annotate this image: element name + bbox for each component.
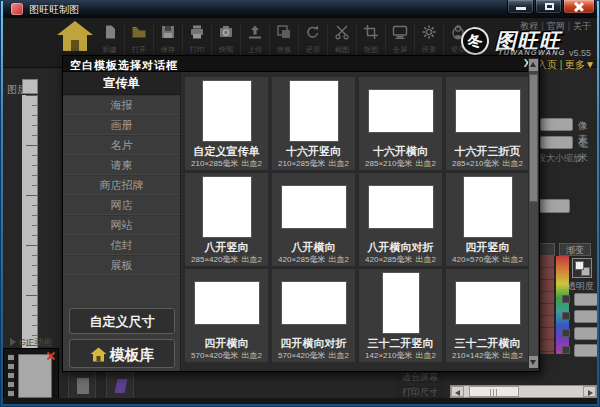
sidebar-category-3[interactable]: 画册 [63, 115, 180, 135]
template-size: 570×420毫米出血2 [272, 350, 355, 361]
template-name: 三十二开横向 [446, 336, 529, 351]
color-swatch-icon[interactable] [572, 258, 592, 278]
save-icon [154, 24, 182, 42]
pixel-width-input[interactable] [540, 118, 573, 131]
sidebar-category-9[interactable]: 信封 [63, 235, 180, 255]
scale-by-size-label[interactable]: 按大小缩放 [537, 152, 582, 165]
toolbar-snapshot[interactable]: 快照 [211, 24, 240, 55]
template-thumbnail [203, 177, 251, 237]
template-grid: 自定义宣传单210×285毫米出血2十六开竖向210×285毫米出血2十六开横向… [182, 72, 527, 371]
sidebar-category-5[interactable]: 请柬 [63, 155, 180, 175]
template-library-button[interactable]: 模板库 [69, 339, 175, 368]
gif-filmstrip-panel[interactable] [3, 348, 59, 404]
template-name: 十六开竖向 [272, 144, 355, 159]
logo-version: v5.55 [569, 48, 591, 58]
template-card-4[interactable]: 十六开三折页285×210毫米出血2 [446, 77, 529, 170]
toolbar-replace[interactable]: 替换 [269, 24, 298, 55]
undo-icon [299, 24, 327, 42]
template-card-11[interactable]: 三十二开竖向142×210毫米出血2 [359, 269, 442, 362]
play-icon[interactable] [10, 338, 16, 346]
scroll-left-icon[interactable] [451, 386, 464, 397]
toolbar-save[interactable]: 保存 [153, 24, 182, 55]
color-palette[interactable] [556, 256, 569, 354]
maximize-button[interactable] [535, 0, 562, 14]
sidebar-category-10[interactable]: 展板 [63, 255, 180, 275]
toolbar-cutout[interactable]: 抠图 [356, 24, 385, 55]
toolbar-undo[interactable]: 还原 [298, 24, 327, 55]
upload-icon [241, 24, 269, 42]
toolbar-items: 新建打开保存打印快照上传替换还原截图抠图全屏设置登录 [95, 24, 472, 55]
fit-screen-button[interactable]: 适合屏幕 [396, 371, 444, 383]
link-3[interactable]: 关于 [573, 21, 591, 31]
minimize-button[interactable] [507, 0, 534, 14]
template-card-9[interactable]: 四开横向570×420毫米出血2 [185, 269, 268, 362]
sidebar-category-6[interactable]: 商店招牌 [63, 175, 180, 195]
template-size: 210×285毫米出血2 [185, 158, 268, 169]
scroll-down-icon[interactable] [529, 356, 538, 368]
sidebar-category-2[interactable]: 海报 [63, 95, 180, 115]
toolbar-new-doc[interactable]: 新建 [95, 24, 124, 55]
toolbar-screenshot[interactable]: 截图 [327, 24, 356, 55]
panel-input-4[interactable] [574, 344, 597, 357]
fullscreen-icon [386, 24, 414, 42]
asset-thumbnail-front[interactable] [68, 372, 96, 400]
panel-swatch-3 [562, 329, 570, 337]
close-button[interactable] [563, 0, 595, 14]
panel-input-3[interactable] [574, 327, 597, 340]
template-name: 八开横向对折 [359, 240, 442, 255]
toolbar-open-folder[interactable]: 打开 [124, 24, 153, 55]
template-card-5[interactable]: 八开竖向285×420毫米出血2 [185, 173, 268, 266]
toolbar-item-label: 设置 [416, 45, 441, 55]
toolbar-fullscreen[interactable]: 全屏 [385, 24, 414, 55]
template-name: 自定义宣传单 [185, 144, 268, 159]
new-doc-icon [95, 24, 124, 42]
toolbar-item-label: 新建 [96, 45, 122, 55]
gradient-tab[interactable]: 渐变 [559, 243, 591, 256]
delete-frame-icon[interactable] [46, 351, 56, 361]
home-icon [55, 20, 95, 54]
dialog-scrollbar[interactable] [528, 58, 539, 369]
scroll-up-icon[interactable] [529, 59, 538, 71]
template-card-8[interactable]: 四开竖向420×570毫米出血2 [446, 173, 529, 266]
horizontal-scrollbar[interactable] [450, 385, 597, 398]
hscroll-thumb[interactable] [469, 386, 519, 397]
value-input[interactable] [538, 199, 570, 213]
template-card-2[interactable]: 十六开竖向210×285毫米出血2 [272, 77, 355, 170]
toolbar-upload[interactable]: 上传 [240, 24, 269, 55]
dialog-title: 空白模板选择对话框 [70, 58, 178, 73]
template-card-10[interactable]: 四开横向对折570×420毫米出血2 [272, 269, 355, 362]
template-thumbnail [369, 90, 433, 132]
close-icon [574, 1, 585, 12]
sidebar-category-1[interactable]: 宣传单 [63, 72, 180, 95]
sidebar-category-7[interactable]: 网店 [63, 195, 180, 215]
template-size: 285×210毫米出血2 [359, 158, 442, 169]
template-name: 十六开横向 [359, 144, 442, 159]
template-card-1[interactable]: 自定义宣传单210×285毫米出血2 [185, 77, 268, 170]
template-thumbnail [383, 273, 419, 333]
shade-palette[interactable] [540, 256, 554, 354]
template-size: 142×210毫米出血2 [359, 350, 442, 361]
template-thumbnail [456, 90, 520, 132]
sidebar-category-4[interactable]: 名片 [63, 135, 180, 155]
panel-input-1[interactable] [574, 293, 597, 306]
template-card-7[interactable]: 八开横向对折420×285毫米出血2 [359, 173, 442, 266]
template-card-3[interactable]: 十六开横向285×210毫米出血2 [359, 77, 442, 170]
ruler-corner [22, 79, 38, 94]
replace-icon [270, 24, 298, 42]
template-card-6[interactable]: 八开横向420×285毫米出血2 [272, 173, 355, 266]
template-size: 210×285毫米出血2 [272, 158, 355, 169]
toolbar-print[interactable]: 打印 [182, 24, 211, 55]
scroll-right-icon[interactable] [583, 386, 596, 397]
sidebar-category-8[interactable]: 网站 [63, 215, 180, 235]
vscroll-thumb[interactable] [529, 74, 538, 202]
asset-thumbnail-effect[interactable] [106, 372, 134, 400]
template-card-12[interactable]: 三十二开横向210×142毫米出血2 [446, 269, 529, 362]
panel-input-2[interactable] [574, 310, 597, 323]
mm-input[interactable] [540, 136, 573, 149]
custom-size-button[interactable]: 自定义尺寸 [69, 308, 175, 334]
toolbar-settings[interactable]: 设置 [414, 24, 443, 55]
toolbar-item-label: 截图 [329, 45, 354, 55]
template-thumbnail [369, 186, 433, 228]
print-size-button[interactable]: 打印尺寸 [396, 386, 444, 398]
toolbar-item-label: 上传 [242, 45, 267, 55]
